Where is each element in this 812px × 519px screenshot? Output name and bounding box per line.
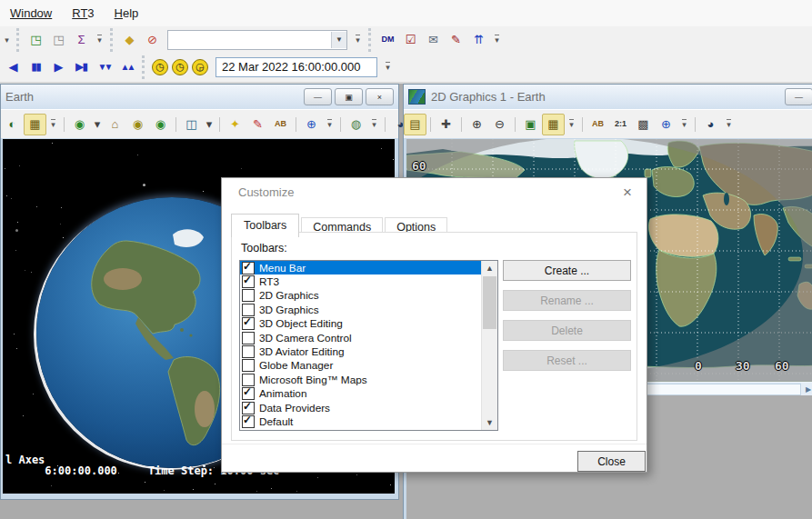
annotation-pencil-icon[interactable]: ✎ bbox=[246, 114, 269, 135]
close-button[interactable]: Close bbox=[577, 451, 646, 472]
data-flow-arrows-icon[interactable]: ⇈ bbox=[467, 29, 490, 51]
toolbar-list-item[interactable]: 3D Graphics bbox=[240, 303, 482, 316]
dropdown-arrow-icon[interactable]: ▾ bbox=[91, 114, 104, 135]
toolbar-list-item[interactable]: RT3 bbox=[240, 274, 482, 288]
toolbar-list-item[interactable]: 3D Camera Control bbox=[240, 331, 482, 344]
sum-vector-refresh-icon[interactable]: Σ bbox=[70, 29, 93, 51]
pan-hand-icon[interactable]: ✚ bbox=[435, 114, 457, 135]
toolbar-checkbox[interactable] bbox=[242, 304, 255, 316]
toolbar-list-item[interactable]: Globe Manager bbox=[240, 359, 482, 373]
toolbar-list-item[interactable]: Default bbox=[240, 414, 482, 428]
view-pick-icon[interactable]: ◉ bbox=[68, 114, 91, 135]
pick-tool-icon[interactable]: ◆ bbox=[118, 29, 141, 51]
toolbar-checkbox[interactable] bbox=[242, 345, 255, 358]
globe-icon[interactable]: ◐ bbox=[1, 114, 24, 135]
reset-button[interactable]: Reset ... bbox=[503, 350, 631, 371]
toolbar-overflow-icon[interactable]: ▾ bbox=[381, 56, 395, 78]
dialog-titlebar[interactable]: Customize × bbox=[222, 178, 647, 206]
toolbar-checkbox[interactable] bbox=[242, 275, 255, 288]
toolbar-overflow-icon[interactable]: ▾ bbox=[490, 29, 504, 51]
toolbar-checkbox[interactable] bbox=[242, 332, 255, 344]
delete-button[interactable]: Delete bbox=[503, 320, 631, 341]
stored-views-icon[interactable]: ◫ bbox=[180, 114, 203, 135]
toolbar-checkbox[interactable] bbox=[242, 262, 255, 274]
vector-combobox[interactable]: ▼ bbox=[167, 30, 347, 50]
separator[interactable] bbox=[292, 114, 300, 135]
toolbar-overflow-icon[interactable]: ▾ bbox=[1, 30, 13, 50]
zoom-out-icon[interactable]: ⊖ bbox=[488, 114, 511, 135]
dialog-close-icon[interactable]: × bbox=[608, 178, 647, 206]
separator[interactable] bbox=[426, 114, 435, 135]
toolbar-overflow-icon[interactable]: ▾ bbox=[46, 114, 60, 135]
menu-window[interactable]: Window bbox=[0, 3, 62, 24]
toolbar-overflow-icon[interactable]: ▾ bbox=[367, 114, 381, 135]
step-forward-icon[interactable]: ▶▮ bbox=[70, 56, 93, 78]
toolbar-overflow-icon[interactable]: ▾ bbox=[565, 114, 578, 135]
toolbar-checkbox[interactable] bbox=[242, 317, 255, 330]
list-scrollbar[interactable]: ▲ ▼ bbox=[481, 261, 497, 430]
flashlight-icon[interactable]: ✦ bbox=[224, 114, 246, 135]
separator[interactable] bbox=[381, 114, 389, 135]
toolbar-list-item[interactable]: 3D Object Editing bbox=[240, 317, 482, 331]
zoom-in-icon[interactable]: ⊕ bbox=[466, 114, 488, 135]
combobox-dropdown-icon[interactable]: ▼ bbox=[331, 32, 346, 48]
window-titlebar[interactable]: Earth —▣× bbox=[1, 85, 398, 109]
create-button[interactable]: Create ... bbox=[503, 260, 631, 281]
ruler-ab-icon[interactable]: AB bbox=[269, 114, 292, 135]
toolbar-checkbox[interactable] bbox=[242, 289, 255, 302]
ruler-ab-icon[interactable]: AB bbox=[586, 114, 609, 135]
film-strip-icon[interactable]: ▩ bbox=[632, 114, 655, 135]
toolbar-overflow-icon[interactable]: ▾ bbox=[351, 29, 365, 51]
separator[interactable] bbox=[216, 114, 224, 135]
separator[interactable] bbox=[457, 114, 466, 135]
toolbar-list-item[interactable]: 2D Graphics bbox=[240, 289, 482, 303]
north-view-icon[interactable]: ◉ bbox=[126, 114, 149, 135]
toolbar-list-item[interactable]: Data Providers bbox=[240, 401, 482, 414]
toolbar-list-item[interactable]: Menu Bar bbox=[240, 261, 482, 274]
step-back-icon[interactable]: ◀ bbox=[2, 56, 25, 78]
play-icon[interactable]: ▶ bbox=[47, 56, 70, 78]
save-map-icon[interactable]: ▦ bbox=[542, 114, 565, 135]
close-button[interactable]: × bbox=[366, 88, 394, 105]
globe-lock-icon[interactable]: ◍ bbox=[345, 114, 367, 135]
toolbar-checkbox[interactable] bbox=[242, 387, 255, 400]
menu-rt3[interactable]: RT3 bbox=[62, 3, 104, 24]
toolbar-overflow-icon[interactable]: ▾ bbox=[677, 114, 691, 135]
toolbar-overflow-icon[interactable]: ▾ bbox=[323, 114, 336, 135]
separator[interactable] bbox=[172, 114, 180, 135]
toolbar-checkbox[interactable] bbox=[242, 415, 255, 428]
minimize-button[interactable]: — bbox=[304, 88, 332, 105]
clock-icon[interactable]: ◷ bbox=[170, 57, 190, 77]
toolbar-list-item[interactable]: Animation bbox=[240, 387, 482, 401]
home-view-icon[interactable]: ⌂ bbox=[104, 114, 126, 135]
toolbar-list-item[interactable]: Microsoft Bing™ Maps bbox=[240, 373, 482, 386]
separator[interactable] bbox=[511, 114, 519, 135]
toolbar-overflow-icon[interactable]: ▾ bbox=[93, 29, 106, 51]
restore-button[interactable]: ▣ bbox=[335, 88, 363, 105]
message-viewer-icon[interactable]: ✉ bbox=[422, 29, 445, 51]
toolbar-checkbox[interactable] bbox=[242, 374, 255, 386]
tab-toolbars[interactable]: Toolbars bbox=[231, 214, 299, 237]
separator[interactable] bbox=[60, 114, 68, 135]
map-notes-icon[interactable]: ▤ bbox=[404, 114, 426, 135]
report-edit-icon[interactable]: ✎ bbox=[445, 29, 467, 51]
two-point-vector-icon[interactable]: ◳ bbox=[25, 29, 47, 51]
scale-ratio-icon[interactable]: 2:1 bbox=[609, 114, 632, 135]
globe-web-icon[interactable]: ⊕ bbox=[655, 114, 677, 135]
data-monitor-icon[interactable]: DM bbox=[376, 29, 399, 51]
separator[interactable] bbox=[578, 114, 586, 135]
pause-icon[interactable]: ▮▮ bbox=[25, 56, 47, 78]
scrollbar-thumb[interactable] bbox=[483, 276, 496, 329]
window-titlebar[interactable]: 2D Graphics 1 - Earth — bbox=[404, 85, 812, 109]
animation-time-field[interactable]: 22 Mar 2022 16:00:00.000 bbox=[216, 57, 377, 77]
toolbar-checkbox[interactable] bbox=[242, 402, 255, 414]
dropdown-arrow-icon[interactable]: ▾ bbox=[203, 114, 216, 135]
separator[interactable] bbox=[336, 114, 345, 135]
toolbar-overflow-icon[interactable]: ▾ bbox=[722, 114, 736, 135]
separator[interactable] bbox=[691, 114, 699, 135]
increase-time-step-icon[interactable]: ▲▲ bbox=[115, 56, 138, 78]
terrain-globe-icon[interactable]: ◕ bbox=[699, 114, 722, 135]
camera-snapshot-icon[interactable]: ▣ bbox=[519, 114, 542, 135]
two-point-vector-gray-icon[interactable]: ◳ bbox=[47, 29, 70, 51]
menu-help[interactable]: Help bbox=[105, 3, 149, 24]
